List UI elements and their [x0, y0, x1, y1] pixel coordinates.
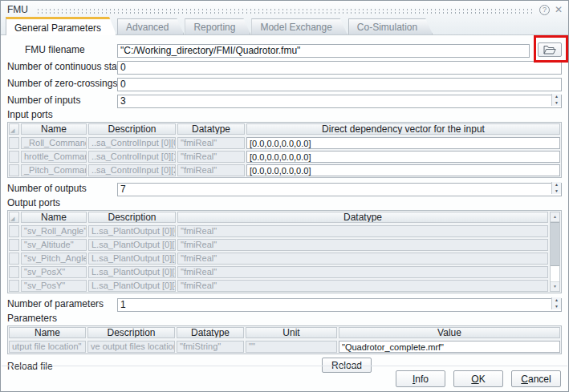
output-port-name: "sv_PosX" [21, 266, 87, 278]
parameter-value-input[interactable] [339, 341, 560, 353]
continuous-states-input[interactable] [117, 61, 562, 75]
output-ports-label: Output ports [7, 198, 562, 208]
titlebar: FMU ? ✕ [1, 1, 568, 17]
output-ports-table: ◢ Name Description Datatype ▲ ▼ "sv_Roll… [7, 210, 562, 293]
num-outputs-input[interactable] [117, 183, 562, 196]
output-port-datatype: "fmiReal" [177, 225, 548, 237]
col-header-description: Description [88, 212, 176, 223]
spinner-down-icon[interactable]: ▼ [552, 304, 561, 310]
close-icon[interactable]: ✕ [555, 5, 563, 15]
spinner-down-icon[interactable]: ▼ [552, 188, 561, 195]
num-inputs-spinner[interactable]: ▲ ▼ [551, 94, 561, 106]
open-folder-icon [543, 45, 556, 55]
tab-general-parameters[interactable]: General Parameters [6, 17, 116, 35]
tab-advanced[interactable]: Advanced [117, 18, 184, 34]
parameter-name: utput file location" [9, 341, 86, 353]
row-handle [9, 253, 19, 265]
row-handle [9, 266, 19, 278]
output-port-name: "sv_Roll_Angle" [21, 225, 87, 237]
output-port-datatype: "fmiReal" [177, 280, 548, 292]
output-port-description: L.sa_PlantOutput [0][0]" [88, 225, 176, 237]
scroll-up-icon[interactable]: ▲ [551, 212, 559, 222]
input-port-dependency-vector[interactable] [246, 151, 560, 163]
parameters-table: Name Description Datatype Unit Value utp… [7, 325, 562, 354]
zero-crossings-label: Number of zero-crossings [7, 78, 117, 89]
continuous-states-label: Number of continuous states [7, 61, 117, 72]
scrollbar-thumb[interactable] [551, 222, 559, 266]
num-outputs-label: Number of outputs [7, 183, 117, 194]
output-port-description: L.sa_PlantOutput [0][2]" [88, 253, 176, 265]
row-handle [9, 164, 19, 176]
input-port-description: ..sa_ControlInput [0][1]" [88, 151, 176, 163]
tab-reporting[interactable]: Reporting [185, 18, 250, 34]
col-header-unit: Unit [246, 327, 337, 338]
help-icon[interactable]: ? [539, 5, 550, 15]
col-header-datatype: Datatype [177, 123, 245, 135]
footer-separator [2, 366, 567, 366]
output-port-name: "sv_Altitude" [21, 239, 87, 251]
input-port-name: _Pitch_Command" [21, 164, 87, 176]
window-title: FMU [7, 4, 28, 15]
input-port-datatype: "fmiReal" [177, 164, 245, 176]
output-port-description: L.sa_PlantOutput [0][3]" [88, 266, 176, 278]
num-outputs-spinner[interactable]: ▲ ▼ [551, 182, 561, 194]
fmu-filename-input[interactable] [117, 44, 530, 58]
fmu-filename-label: FMU filename [7, 44, 117, 55]
num-parameters-row: Number of parameters ▲ ▼ [7, 297, 562, 310]
row-handle [9, 151, 19, 163]
num-parameters-input[interactable] [117, 298, 562, 312]
browse-file-button[interactable] [538, 42, 562, 57]
num-parameters-spinner[interactable]: ▲ ▼ [551, 297, 561, 309]
num-inputs-row: Number of inputs ▲ ▼ [7, 93, 562, 107]
input-port-datatype: "fmiReal" [177, 151, 245, 163]
col-header-description: Description [87, 327, 175, 338]
col-header-value: Value [339, 327, 560, 338]
num-parameters-label: Number of parameters [7, 298, 117, 309]
input-ports-table: ◢ Name Description Datatype Direct depen… [7, 122, 562, 178]
col-header-name: Name [9, 327, 86, 338]
input-port-dependency-vector[interactable] [246, 137, 560, 149]
output-table-scrollbar[interactable]: ▲ ▼ [550, 212, 560, 292]
num-inputs-label: Number of inputs [7, 95, 117, 106]
spinner-up-icon[interactable]: ▲ [552, 182, 561, 188]
continuous-states-row: Number of continuous states [7, 59, 562, 73]
row-handle [9, 280, 19, 292]
input-port-description: ..sa_ControlInput [0][2]" [88, 164, 176, 176]
scrollbar-track[interactable] [551, 266, 559, 281]
table-corner-icon: ◢ [9, 123, 19, 135]
col-header-name: Name [21, 123, 87, 135]
tab-content: FMU filename Number of continuous states… [1, 36, 568, 391]
tab-model-exchange[interactable]: Model Exchange [251, 18, 347, 34]
parameter-datatype: "fmiString" [177, 341, 244, 353]
zero-crossings-input[interactable] [117, 78, 562, 91]
titlebar-dots [36, 8, 533, 14]
fmu-filename-row: FMU filename [7, 42, 562, 56]
col-header-description: Description [88, 123, 176, 135]
spinner-down-icon[interactable]: ▼ [552, 100, 561, 107]
parameters-label: Parameters [7, 313, 562, 324]
input-port-name: _Roll_Command" [21, 137, 87, 149]
input-ports-label: Input ports [7, 110, 562, 120]
output-port-datatype: "fmiReal" [177, 253, 548, 265]
num-inputs-input[interactable] [117, 95, 562, 108]
table-corner-icon: ◢ [9, 212, 19, 223]
ok-button[interactable]: OK [453, 370, 503, 387]
cancel-button[interactable]: Cancel [511, 370, 561, 387]
input-port-name: hrottle_Command" [21, 151, 87, 163]
input-port-dependency-vector[interactable] [246, 164, 560, 176]
tab-bar: General Parameters Advanced Reporting Mo… [1, 17, 568, 35]
info-button[interactable]: Info [396, 370, 445, 387]
tab-co-simulation[interactable]: Co-Simulation [348, 18, 433, 34]
output-port-datatype: "fmiReal" [177, 239, 548, 251]
fmu-dialog: FMU ? ✕ General Parameters Advanced Repo… [0, 0, 569, 392]
window-chrome: FMU ? ✕ General Parameters Advanced Repo… [1, 1, 568, 35]
parameter-unit: "" [246, 341, 337, 353]
spinner-up-icon[interactable]: ▲ [552, 297, 561, 304]
row-handle [9, 137, 19, 149]
spinner-up-icon[interactable]: ▲ [552, 94, 561, 100]
col-header-datatype: Datatype [177, 327, 244, 338]
zero-crossings-row: Number of zero-crossings [7, 76, 562, 90]
num-outputs-row: Number of outputs ▲ ▼ [7, 181, 562, 195]
scroll-down-icon[interactable]: ▼ [551, 281, 559, 291]
input-port-datatype: "fmiReal" [177, 137, 245, 149]
